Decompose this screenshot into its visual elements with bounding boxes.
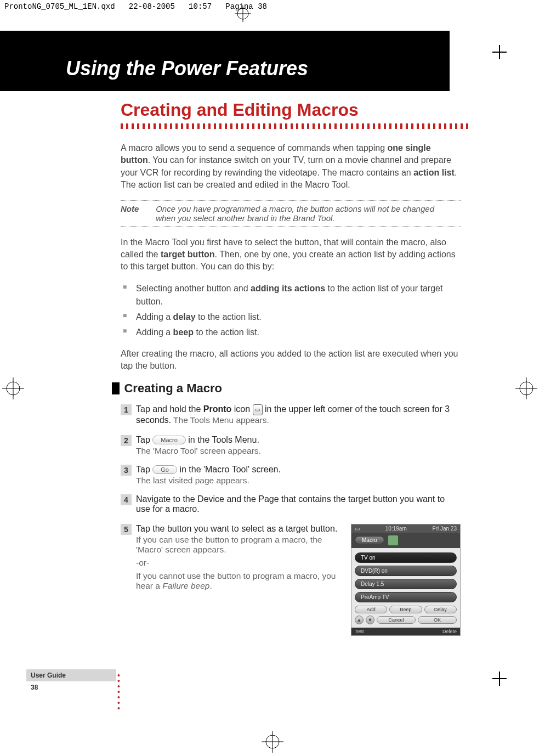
text-bold: beep — [173, 328, 194, 337]
text-bold: adding its actions — [251, 284, 325, 293]
step-number: 1 — [121, 404, 132, 415]
registration-mark-icon — [499, 672, 500, 686]
macro-action-item: TV on — [355, 552, 457, 563]
text: in the 'Macro Tool' screen. — [179, 465, 281, 474]
page-number: 38 — [26, 681, 116, 693]
subheading: Creating a Macro — [124, 381, 222, 396]
device-screenshot: ▭ 10:19am Fri Jan 23 Macro TV on DVD(R) … — [351, 524, 461, 636]
step-sub: The last visited page appears. — [136, 476, 461, 486]
delete-label: Delete — [442, 629, 457, 634]
test-label: Test — [355, 629, 364, 634]
step-sub: If you cannot use the button to program … — [136, 571, 341, 591]
device-body: TV on DVD(R) on Delay 1.5 PreAmp TV Add … — [351, 548, 460, 628]
beep-button: Beep — [389, 606, 422, 613]
step-2: 2 Tap Macro in the Tools Menu. The 'Macr… — [121, 435, 461, 456]
step-text: Tap and hold the Pronto icon ▭ in the up… — [136, 404, 461, 425]
macro-button-icon: Macro — [152, 436, 186, 444]
or-text: -or- — [136, 558, 341, 568]
note-text: Once you have programmed a macro, the bu… — [156, 204, 452, 223]
chapter-banner: Using the Power Features — [0, 31, 450, 91]
battery-icon: ▭ — [355, 526, 360, 532]
text: . You can for instance switch on your TV… — [121, 155, 451, 177]
step-sub: The 'Macro Tool' screen appears. — [136, 446, 461, 456]
macro-action-item: Delay 1.5 — [355, 579, 457, 589]
text: in the Tools Menu. — [188, 435, 259, 444]
device-footer: Test Delete — [351, 628, 460, 635]
registration-mark-icon — [499, 45, 500, 59]
add-button: Add — [355, 606, 387, 613]
step-5: 5 Tap the button you want to select as a… — [121, 524, 461, 636]
text-bold: Pronto — [203, 404, 232, 414]
text: to the action list. — [196, 312, 262, 321]
section-title: Creating and Editing Macros — [121, 100, 461, 120]
print-meta: ProntoNG_0705_ML_1EN.qxd 22-08-2005 10:5… — [0, 0, 545, 13]
device-day: Fri Jan 23 — [433, 526, 457, 532]
step-4: 4 Navigate to the Device and the Page th… — [121, 494, 461, 515]
device-titlebar: Macro — [351, 533, 460, 548]
ok-button: OK — [418, 616, 457, 624]
text: Tap — [136, 465, 152, 474]
user-guide-label: User Guide — [26, 669, 116, 681]
text-bold: delay — [173, 312, 196, 321]
device-button-row: Add Beep Delay — [355, 606, 457, 613]
intro-paragraph: A macro allows you to send a sequence of… — [121, 142, 461, 191]
meta-file: ProntoNG_0705_ML_1EN.qxd — [4, 2, 115, 11]
up-arrow-icon: ▲ — [355, 616, 364, 624]
text-bold: action list — [413, 168, 455, 177]
text: Selecting another button and — [136, 284, 251, 293]
step-number: 3 — [121, 465, 132, 476]
step-3: 3 Tap Go in the 'Macro Tool' screen. The… — [121, 465, 461, 486]
cancel-button: Cancel — [377, 616, 416, 624]
content-area: Creating and Editing Macros A macro allo… — [121, 100, 461, 645]
step-sub: If you can use the button to program a m… — [136, 535, 341, 555]
crop-mark-top-icon — [235, 5, 251, 22]
bullet-list: Selecting another button and adding its … — [121, 282, 461, 339]
clipboard-icon — [388, 535, 399, 546]
footer-tab: User Guide 38 — [26, 669, 116, 693]
down-arrow-icon: ▼ — [366, 616, 374, 624]
device-button-row-2: ▲ ▼ Cancel OK — [355, 616, 457, 624]
text: . — [209, 581, 212, 590]
text: Tap and hold the — [136, 404, 203, 414]
delay-button: Delay — [424, 606, 457, 613]
step-text: Tap the button you want to select as a t… — [136, 524, 341, 534]
macro-action-item: PreAmp TV — [355, 592, 457, 602]
crop-mark-bottom-icon — [262, 731, 283, 753]
step-number: 2 — [121, 435, 132, 446]
macro-action-item: DVD(R) on — [355, 566, 457, 576]
chapter-title: Using the Power Features — [0, 31, 450, 80]
device-statusbar: ▭ 10:19am Fri Jan 23 — [351, 524, 460, 533]
step-sub: The Tools Menu appears. — [171, 415, 269, 425]
text: icon — [231, 404, 252, 414]
device-title: Macro — [355, 536, 384, 544]
vertical-dots-icon: ••••••• — [117, 673, 120, 711]
step-text: Tap Go in the 'Macro Tool' screen. — [136, 465, 461, 475]
square-bullet-icon — [112, 382, 120, 394]
crop-mark-right-icon — [515, 377, 537, 399]
list-item: Adding a delay to the action list. — [121, 311, 461, 324]
step-1: 1 Tap and hold the Pronto icon ▭ in the … — [121, 404, 461, 426]
text: to the action list. — [194, 328, 259, 337]
text: A macro allows you to send a sequence of… — [121, 143, 388, 153]
note-label: Note — [121, 204, 154, 213]
subheading-row: Creating a Macro — [112, 381, 461, 396]
meta-time: 10:57 — [189, 2, 212, 11]
list-item: Selecting another button and adding its … — [121, 282, 461, 308]
list-item: Adding a beep to the action list. — [121, 326, 461, 339]
device-time: 10:19am — [385, 526, 407, 532]
step-number: 5 — [121, 524, 132, 535]
section-divider-icon — [121, 123, 472, 129]
text: Tap — [136, 435, 152, 444]
crop-mark-left-icon — [2, 377, 24, 399]
step-text: Navigate to the Device and the Page that… — [136, 494, 461, 514]
pronto-icon: ▭ — [253, 404, 263, 415]
paragraph: After creating the macro, all actions yo… — [121, 348, 461, 373]
go-button-icon: Go — [152, 465, 177, 474]
text: Adding a — [136, 312, 173, 321]
text-bold: target button — [161, 250, 215, 259]
text-italic: Failure beep — [162, 581, 209, 590]
step-text: Tap Macro in the Tools Menu. — [136, 435, 461, 445]
text: Adding a — [136, 328, 173, 337]
meta-date: 22-08-2005 — [129, 2, 175, 11]
note-box: Note Once you have programmed a macro, t… — [121, 200, 461, 227]
